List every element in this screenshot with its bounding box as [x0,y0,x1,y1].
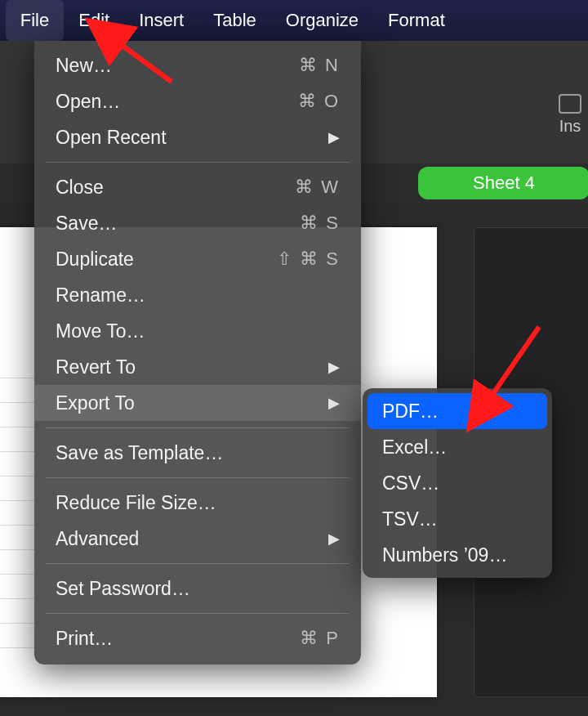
file-new[interactable]: New…⌘ N [34,47,361,83]
file-menu: New…⌘ N Open…⌘ O Open Recent▶ Close⌘ W S… [34,41,361,665]
file-export-to[interactable]: Export To▶ [34,385,361,421]
menubar-item-insert[interactable]: Insert [124,0,198,41]
menubar-item-organize[interactable]: Organize [271,0,373,41]
menu-separator [46,613,350,614]
menubar-item-file[interactable]: File [6,0,64,41]
file-reduce-file-size[interactable]: Reduce File Size… [34,485,361,521]
export-pdf[interactable]: PDF… [368,393,547,429]
menubar: rs File Edit Insert Table Organize Forma… [0,0,588,41]
export-excel[interactable]: Excel… [368,429,547,465]
file-set-password[interactable]: Set Password… [34,571,361,606]
file-close[interactable]: Close⌘ W [34,169,361,205]
chevron-right-icon: ▶ [328,128,340,146]
insert-label-fragment: Ins [559,117,581,136]
file-move-to[interactable]: Move To… [34,313,361,349]
file-duplicate[interactable]: Duplicate⇧ ⌘ S [34,241,361,277]
file-revert-to[interactable]: Revert To▶ [34,349,361,385]
menubar-item-table[interactable]: Table [198,0,271,41]
menu-separator [46,563,350,564]
export-submenu: PDF… Excel… CSV… TSV… Numbers ’09… [363,388,552,578]
export-csv[interactable]: CSV… [368,465,547,501]
export-tsv[interactable]: TSV… [368,501,547,537]
chevron-right-icon: ▶ [328,358,340,376]
menu-separator [46,477,350,478]
file-print[interactable]: Print…⌘ P [34,620,361,656]
file-open[interactable]: Open…⌘ O [34,83,361,119]
chevron-right-icon: ▶ [328,394,340,412]
menubar-item-edit[interactable]: Edit [64,0,124,41]
menu-separator [46,427,350,428]
file-advanced[interactable]: Advanced▶ [34,521,361,557]
export-numbers09[interactable]: Numbers ’09… [368,537,547,573]
file-save[interactable]: Save…⌘ S [34,205,361,241]
app-name-fragment: rs [0,10,6,31]
file-save-as-template[interactable]: Save as Template… [34,435,361,471]
menubar-item-format[interactable]: Format [373,0,460,41]
toolbar-insert-fragment[interactable]: Ins [559,94,581,136]
sheet-tab-4[interactable]: Sheet 4 [418,167,588,199]
file-rename[interactable]: Rename… [34,277,361,313]
chevron-right-icon: ▶ [328,530,340,548]
insert-icon [559,94,581,114]
menu-separator [46,162,350,163]
file-open-recent[interactable]: Open Recent▶ [34,119,361,155]
